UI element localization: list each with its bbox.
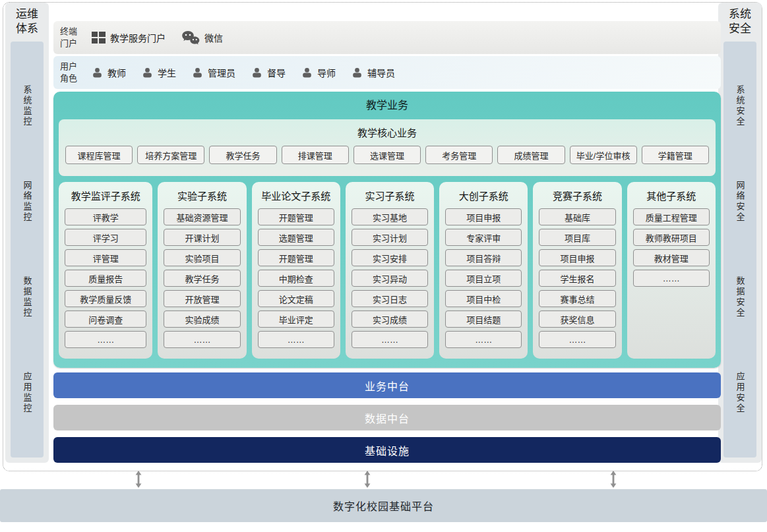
user-icon (92, 67, 103, 78)
subsystem-item: 实习计划 (352, 229, 428, 246)
security-item-system: 系统安全 (734, 85, 747, 127)
subsystem-item-more: …… (65, 331, 146, 348)
updown-arrow-icon (609, 470, 618, 488)
subsystem-item: 教师教研项目 (633, 229, 710, 246)
subsystem-item: 评学习 (65, 229, 146, 246)
subsystem-item: 基础资源管理 (164, 208, 240, 225)
main-content: 终端门户 教学服务门户 微信 用户角色 教师 (53, 0, 721, 469)
subsystem-columns: 教学监评子系统 评教学 评学习 评管理 质量报告 教学质量反馈 问卷调查 …… … (59, 182, 716, 359)
user-icon (352, 67, 363, 78)
core-business-title: 教学核心业务 (65, 123, 709, 143)
subsystem-item: 实验项目 (164, 249, 240, 266)
layer-label: 基础设施 (365, 442, 410, 458)
windows-icon (92, 32, 106, 44)
subsystem-item: 实验成绩 (164, 310, 240, 328)
subsystem-item: 基础库 (539, 208, 615, 225)
role-admin: 管理员 (192, 66, 235, 79)
subsystem-item-more: …… (258, 331, 334, 348)
layer-business-middle-platform: 业务中台 (53, 372, 721, 398)
teaching-business-title: 教学业务 (59, 92, 716, 119)
subsystem-item: 中期检查 (258, 270, 334, 287)
subsystem-other: 其他子系统 质量工程管理 教师教研项目 教材管理 …… (627, 182, 716, 359)
subsystem-item: 项目中检 (445, 290, 522, 307)
left-sidebar: 运维体系 系统监控 网络监控 数据监控 应用监控 (5, 3, 49, 463)
subsystem-title: 大创子系统 (445, 185, 522, 208)
layer-label: 数据中台 (365, 410, 410, 426)
subsystem-item-more: …… (445, 331, 522, 348)
user-icon (301, 67, 313, 78)
roles-row-label: 用户角色 (60, 61, 80, 84)
monitor-item-network: 网络监控 (21, 181, 34, 223)
subsystem-item: 论文定稿 (258, 290, 334, 307)
subsystem-item: 毕业评定 (258, 310, 334, 328)
portal-entry-label: 教学服务门户 (110, 31, 166, 44)
subsystem-innovation: 大创子系统 项目申报 专家评审 项目答辩 项目立项 项目中检 项目结题 …… (439, 182, 528, 359)
core-chip-course-library: 课程库管理 (65, 146, 133, 164)
platform-label: 数字化校园基础平台 (333, 498, 434, 514)
user-icon (142, 67, 153, 78)
layer-infrastructure: 基础设施 (53, 437, 721, 463)
subsystem-item: 教材管理 (633, 249, 710, 266)
subsystem-item: 项目立项 (445, 270, 522, 287)
updown-arrow-icon (363, 470, 372, 488)
role-label: 管理员 (208, 66, 235, 79)
core-chip-graduation-review: 毕业/学位审核 (570, 146, 637, 164)
subsystem-experiment: 实验子系统 基础资源管理 开课计划 实验项目 教学任务 开放管理 实验成绩 …… (158, 182, 246, 359)
subsystem-item: 质量报告 (65, 270, 146, 287)
portal-row: 终端门户 教学服务门户 微信 (53, 21, 721, 54)
monitor-item-data: 数据监控 (21, 276, 34, 318)
portal-entry-wechat: 微信 (181, 30, 223, 45)
role-label: 教师 (107, 66, 126, 79)
core-chip-exam-affairs: 考务管理 (425, 146, 493, 164)
subsystem-item: 教学任务 (164, 270, 240, 287)
subsystem-item: 项目结题 (445, 310, 522, 328)
subsystem-thesis: 毕业论文子系统 开题管理 选题管理 开题管理 中期检查 论文定稿 毕业评定 …… (252, 182, 340, 359)
monitor-item-system: 系统监控 (21, 85, 34, 127)
security-item-network: 网络安全 (734, 181, 747, 223)
core-chip-grades: 成绩管理 (497, 146, 565, 164)
subsystem-title: 竞赛子系统 (539, 185, 615, 208)
subsystem-item: 实习基地 (352, 208, 428, 225)
subsystem-item: 实习安排 (352, 249, 428, 266)
subsystem-item: 专家评审 (445, 229, 522, 246)
right-sidebar-title: 系统安全 (727, 7, 753, 36)
subsystem-item: 开课计划 (164, 229, 240, 246)
subsystem-item: 实习成绩 (352, 310, 428, 328)
user-icon (251, 67, 262, 78)
subsystem-item: 实习日志 (352, 290, 428, 307)
subsystem-item: 选题管理 (258, 229, 334, 246)
subsystem-item: 项目答辩 (445, 249, 522, 266)
core-chip-scheduling: 排课管理 (282, 146, 349, 164)
right-sidebar: 系统安全 系统安全 网络安全 数据安全 应用安全 (718, 3, 762, 463)
security-item-data: 数据安全 (734, 276, 747, 318)
subsystem-item: 项目库 (539, 229, 615, 246)
subsystem-title: 毕业论文子系统 (258, 185, 334, 208)
role-label: 学生 (158, 66, 176, 79)
core-business-buttons: 课程库管理 培养方案管理 教学任务 排课管理 选课管理 考务管理 成绩管理 毕业… (65, 146, 709, 164)
digital-campus-platform-bar: 数字化校园基础平台 (0, 489, 767, 522)
layer-label: 业务中台 (365, 378, 410, 394)
subsystem-internship: 实习子系统 实习基地 实习计划 实习安排 实习异动 实习日志 实习成绩 …… (346, 182, 434, 359)
subsystem-item-more: …… (164, 331, 240, 348)
subsystem-item: 问卷调查 (65, 310, 146, 328)
monitor-item-application: 应用监控 (21, 372, 34, 414)
core-chip-training-plan: 培养方案管理 (137, 146, 204, 164)
left-sidebar-title: 运维体系 (14, 7, 40, 36)
subsystem-item-more: …… (633, 270, 710, 287)
role-label: 导师 (317, 66, 336, 79)
subsystem-item: 质量工程管理 (633, 208, 710, 225)
role-student: 学生 (142, 66, 176, 79)
subsystem-item: 开题管理 (258, 208, 334, 225)
portal-entry-label: 微信 (204, 31, 223, 44)
subsystem-item: 获奖信息 (539, 310, 615, 328)
right-sidebar-panel: 系统安全 网络安全 数据安全 应用安全 (723, 42, 756, 458)
subsystem-title: 实习子系统 (352, 185, 428, 208)
subsystem-item: 项目申报 (445, 208, 522, 225)
subsystem-title: 实验子系统 (164, 185, 240, 208)
subsystem-item-more: …… (352, 331, 428, 348)
left-sidebar-panel: 系统监控 网络监控 数据监控 应用监控 (11, 42, 44, 458)
subsystem-item: 开放管理 (164, 290, 240, 307)
core-chip-teaching-task: 教学任务 (209, 146, 276, 164)
updown-arrow-icon (134, 470, 143, 488)
portal-row-label: 终端门户 (60, 26, 80, 49)
